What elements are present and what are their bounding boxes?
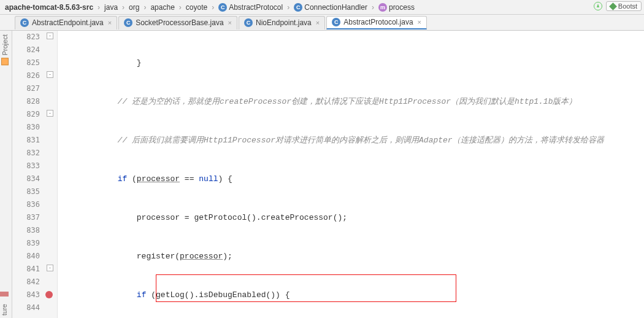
fold-icon[interactable]: - — [47, 33, 53, 39]
fold-icon[interactable]: - — [47, 110, 53, 117]
line-number: 834 — [12, 173, 40, 185]
editor: 823 824 825 826 827 828 829 830 831 832 … — [12, 31, 644, 318]
fold-icon[interactable]: - — [47, 71, 53, 78]
tab-abstract-protocol[interactable]: AbstractProtocol.java × — [326, 16, 427, 29]
chevron-right-icon: › — [96, 3, 102, 12]
close-icon[interactable]: × — [316, 19, 320, 26]
line-number: 835 — [12, 185, 40, 198]
close-icon[interactable]: × — [418, 18, 421, 26]
line-number: 829 — [12, 108, 40, 121]
class-icon — [294, 3, 302, 12]
crumb-apache[interactable]: apache — [149, 3, 175, 12]
side-tool-stripe: Project ture — [0, 31, 12, 318]
line-number: 828 — [12, 95, 40, 108]
code-line: // 还是为空的话，那就使用createProcessor创建，默认情况下应该是… — [58, 95, 644, 108]
chevron-right-icon: › — [177, 3, 183, 12]
code-line: register(processor); — [58, 250, 644, 263]
editor-gutter[interactable]: 823 824 825 826 827 828 829 830 831 832 … — [12, 31, 58, 318]
class-icon — [218, 3, 227, 12]
breakpoint-icon[interactable] — [45, 291, 53, 298]
line-number: 843 — [12, 289, 40, 301]
class-icon — [244, 18, 253, 27]
line-number: 824 — [12, 44, 40, 56]
line-number: 842 — [12, 276, 40, 289]
code-line: } — [58, 56, 644, 69]
structure-tool-button[interactable]: ture — [1, 304, 8, 316]
crumb-org[interactable]: org — [128, 3, 140, 12]
project-tool-label: Project — [1, 34, 9, 55]
class-icon — [332, 18, 340, 26]
project-icon — [1, 58, 9, 65]
run-config-button[interactable]: Bootst — [606, 1, 642, 11]
code-line: processor = getProtocol().createProcesso… — [58, 211, 644, 224]
class-icon — [20, 18, 29, 27]
tab-label: NioEndpoint.java — [256, 18, 312, 27]
tab-socket-processor-base[interactable]: SocketProcessorBase.java × — [118, 16, 237, 29]
tab-nio-endpoint[interactable]: NioEndpoint.java × — [239, 16, 325, 29]
project-tool-button[interactable]: Project — [0, 31, 10, 69]
line-number: 826 — [12, 69, 40, 82]
line-number: 837 — [12, 211, 40, 224]
crumb-class2[interactable]: ConnectionHandler — [293, 3, 369, 12]
code-line: if (getLog().isDebugEnabled()) { — [58, 289, 644, 301]
line-number: 839 — [12, 237, 40, 250]
tab-abstract-endpoint[interactable]: AbstractEndpoint.java × — [15, 16, 117, 29]
chevron-right-icon: › — [120, 3, 126, 12]
line-number: 823 — [12, 31, 40, 44]
crumb-method-label: process — [389, 3, 415, 12]
tab-label: AbstractProtocol.java — [343, 18, 413, 26]
crumb-root[interactable]: apache-tomcat-8.5.63-src — [4, 3, 94, 12]
line-number: 833 — [12, 160, 40, 173]
error-stripe — [0, 292, 9, 297]
navigate-icon[interactable] — [594, 2, 602, 10]
tab-label: AbstractEndpoint.java — [32, 18, 104, 27]
run-config-label: Bootst — [618, 2, 637, 10]
chevron-right-icon: › — [285, 3, 291, 12]
code-area[interactable]: } // 还是为空的话，那就使用createProcessor创建，默认情况下应… — [58, 31, 644, 318]
tab-label: SocketProcessorBase.java — [136, 18, 223, 27]
toolbar-right: Bootst — [594, 1, 642, 11]
fold-icon[interactable]: - — [47, 265, 53, 271]
crumb-class1[interactable]: AbstractProtocol — [217, 3, 284, 12]
crumb-method[interactable]: process — [377, 3, 416, 12]
crumb-coyote[interactable]: coyote — [185, 3, 209, 12]
crumb-java[interactable]: java — [103, 3, 119, 12]
breadcrumb-bar: apache-tomcat-8.5.63-src › java › org › … — [0, 0, 644, 15]
close-icon[interactable]: × — [108, 19, 112, 26]
line-number: 831 — [12, 134, 40, 147]
line-number: 825 — [12, 56, 40, 69]
editor-tabs: AbstractEndpoint.java × SocketProcessorB… — [0, 15, 644, 31]
chevron-right-icon: › — [370, 3, 376, 12]
line-number: 838 — [12, 224, 40, 237]
chevron-right-icon: › — [210, 3, 216, 12]
class-icon — [124, 18, 132, 27]
close-icon[interactable]: × — [228, 19, 232, 26]
code-line: if (processor == null) { — [58, 173, 644, 185]
line-number: 841 — [12, 263, 40, 276]
crumb-class2-label: ConnectionHandler — [304, 3, 367, 12]
crumb-class1-label: AbstractProtocol — [229, 3, 283, 12]
line-number: 832 — [12, 147, 40, 160]
line-number: 844 — [12, 301, 40, 314]
line-number: 840 — [12, 250, 40, 263]
line-number: 836 — [12, 198, 40, 211]
chevron-right-icon: › — [142, 3, 148, 12]
line-number: 830 — [12, 121, 40, 134]
code-line: // 后面我们就需要调用Http11Processor对请求进行简单的内容解析之… — [58, 134, 644, 147]
line-number: 827 — [12, 82, 40, 95]
method-icon — [378, 3, 387, 12]
